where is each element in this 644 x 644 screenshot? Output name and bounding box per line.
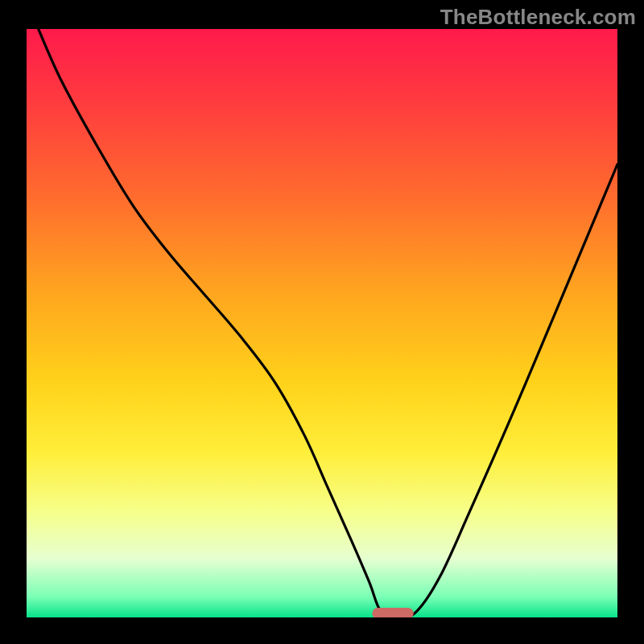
optimal-marker: [372, 608, 413, 619]
bottleneck-chart: [0, 0, 644, 644]
chart-frame: { "watermark": "TheBottleneck.com", "col…: [0, 0, 644, 644]
gradient-background: [27, 29, 617, 617]
